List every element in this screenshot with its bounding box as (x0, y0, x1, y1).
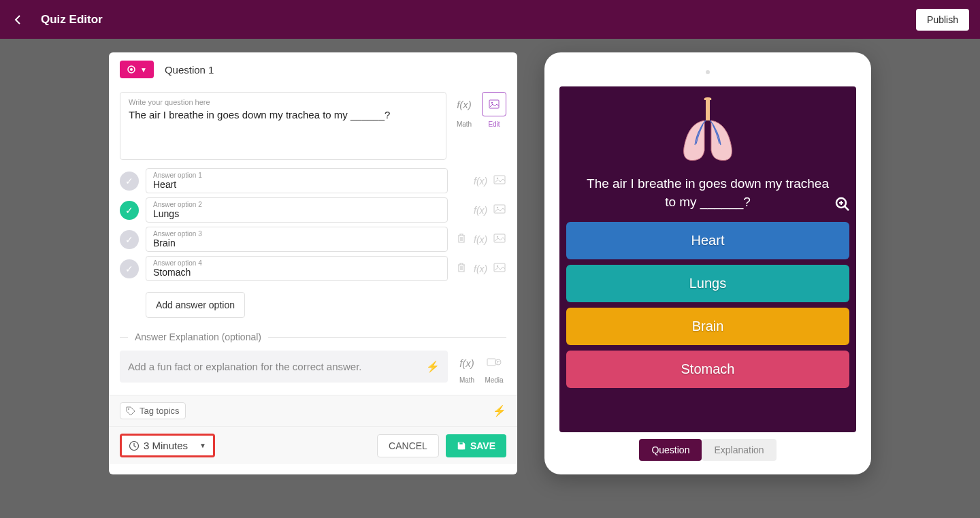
function-icon: f(x) (474, 176, 487, 187)
answer-math-button[interactable]: f(x) (474, 176, 487, 187)
tag-topics-label: Tag topics (140, 406, 180, 416)
editor-panel: ▼ Question 1 Write your question here Th… (109, 52, 517, 474)
answer-math-button[interactable]: f(x) (474, 234, 487, 245)
app-header: Quiz Editor Publish (0, 0, 980, 39)
edit-media-button[interactable] (482, 92, 506, 116)
answer-text: Stomach (153, 267, 440, 278)
function-icon: f(x) (459, 357, 474, 369)
trash-icon (457, 262, 466, 273)
lungs-image (670, 95, 745, 169)
save-label: SAVE (470, 440, 495, 451)
tab-explanation[interactable]: Explanation (702, 439, 776, 461)
tag-icon (126, 406, 135, 416)
preview-option-4[interactable]: Stomach (566, 351, 849, 388)
function-icon: f(x) (474, 234, 487, 245)
save-icon (457, 441, 466, 451)
answer-text: Heart (153, 179, 440, 190)
delete-answer-button[interactable] (455, 262, 468, 275)
bolt-icon-footer[interactable]: ⚡ (493, 404, 506, 417)
answer-label: Answer option 4 (153, 259, 440, 267)
cancel-button[interactable]: CANCEL (377, 434, 439, 457)
answer-input-2[interactable]: Answer option 2Lungs (146, 197, 448, 223)
tab-question[interactable]: Question (639, 439, 702, 461)
function-icon: f(x) (457, 99, 472, 110)
preview-question-text: The air I breathe in goes down my trache… (566, 175, 849, 211)
tag-topics-button[interactable]: Tag topics (120, 402, 186, 419)
svg-point-3 (491, 102, 493, 103)
function-icon: f(x) (474, 263, 487, 274)
math-button[interactable]: f(x) (452, 92, 476, 116)
explanation-input[interactable]: Add a fun fact or explanation for the co… (120, 351, 448, 383)
footer-actions: 3 Minutes ▼ CANCEL SAVE (109, 427, 517, 464)
explanation-math-button[interactable]: f(x) (455, 351, 479, 375)
answer-text: Lungs (153, 208, 440, 219)
math-label: Math (457, 120, 472, 128)
question-number-label: Question 1 (165, 64, 214, 76)
preview-tabs: Question Explanation (559, 439, 856, 461)
add-answer-option-button[interactable]: Add answer option (146, 292, 245, 318)
preview-tablet: The air I breathe in goes down my trache… (544, 52, 871, 474)
explanation-divider: Answer Explanation (optional) (120, 331, 506, 342)
answer-math-button[interactable]: f(x) (474, 263, 487, 274)
correct-toggle-2[interactable]: ✓ (120, 201, 139, 220)
correct-toggle-1[interactable]: ✓ (120, 172, 139, 191)
correct-toggle-4[interactable]: ✓ (120, 259, 139, 278)
editor-top-bar: ▼ Question 1 (109, 52, 517, 86)
svg-point-13 (495, 359, 501, 365)
check-icon: ✓ (125, 176, 133, 187)
publish-button[interactable]: Publish (916, 9, 969, 31)
editor-body: Write your question here The air I breat… (109, 86, 517, 395)
answer-input-1[interactable]: Answer option 1Heart (146, 168, 448, 193)
preview-question-area: The air I breathe in goes down my trache… (559, 86, 856, 222)
answer-label: Answer option 2 (153, 201, 440, 208)
svg-rect-12 (487, 359, 495, 366)
answer-input-3[interactable]: Answer option 3Brain (146, 227, 448, 252)
svg-point-11 (497, 265, 498, 267)
check-icon: ✓ (125, 263, 133, 274)
preview-option-2[interactable]: Lungs (566, 265, 849, 302)
image-icon (489, 99, 500, 109)
back-button[interactable] (11, 13, 24, 27)
save-button[interactable]: SAVE (446, 434, 506, 457)
answer-image-button[interactable] (493, 175, 506, 187)
check-icon: ✓ (125, 234, 133, 245)
correct-toggle-3[interactable]: ✓ (120, 230, 139, 249)
answer-math-button[interactable]: f(x) (474, 205, 487, 216)
answer-image-button[interactable] (493, 204, 506, 216)
question-input[interactable]: Write your question here The air I breat… (120, 92, 446, 160)
chevron-down-icon: ▼ (199, 442, 206, 449)
question-type-dropdown[interactable]: ▼ (120, 61, 154, 78)
preview-options: Heart Lungs Brain Stomach (559, 222, 856, 395)
edit-label: Edit (488, 120, 500, 128)
preview-option-1[interactable]: Heart (566, 222, 849, 259)
zoom-icon (834, 196, 851, 212)
zoom-button[interactable] (834, 196, 851, 216)
answer-image-button[interactable] (493, 263, 506, 274)
function-icon: f(x) (474, 205, 487, 216)
answer-row-1: ✓Answer option 1Heartxf(x) (120, 168, 506, 193)
svg-point-5 (497, 178, 498, 179)
header-left: Quiz Editor (11, 13, 103, 27)
bolt-icon: ⚡ (426, 360, 440, 373)
explanation-tools: f(x) Math Media (455, 351, 506, 384)
image-icon (493, 263, 506, 272)
answer-label: Answer option 3 (153, 230, 440, 238)
explanation-section-label: Answer Explanation (optional) (135, 331, 261, 342)
trash-icon (457, 233, 466, 244)
svg-point-9 (497, 236, 498, 238)
answer-text: Brain (153, 238, 440, 248)
preview-option-3[interactable]: Brain (566, 308, 849, 345)
image-icon (493, 175, 506, 184)
explanation-media-label: Media (485, 376, 503, 384)
time-limit-dropdown[interactable]: 3 Minutes ▼ (120, 434, 215, 457)
explanation-media-button[interactable] (482, 351, 506, 375)
preview-screen: The air I breathe in goes down my trache… (559, 86, 856, 432)
delete-answer-button[interactable] (455, 233, 468, 246)
answer-image-button[interactable] (493, 233, 506, 245)
answer-input-4[interactable]: Answer option 4Stomach (146, 256, 448, 281)
svg-point-14 (128, 408, 129, 410)
svg-point-7 (497, 207, 498, 208)
question-tools: f(x) Math (452, 92, 476, 128)
svg-point-1 (130, 68, 133, 71)
clock-icon (129, 440, 140, 451)
